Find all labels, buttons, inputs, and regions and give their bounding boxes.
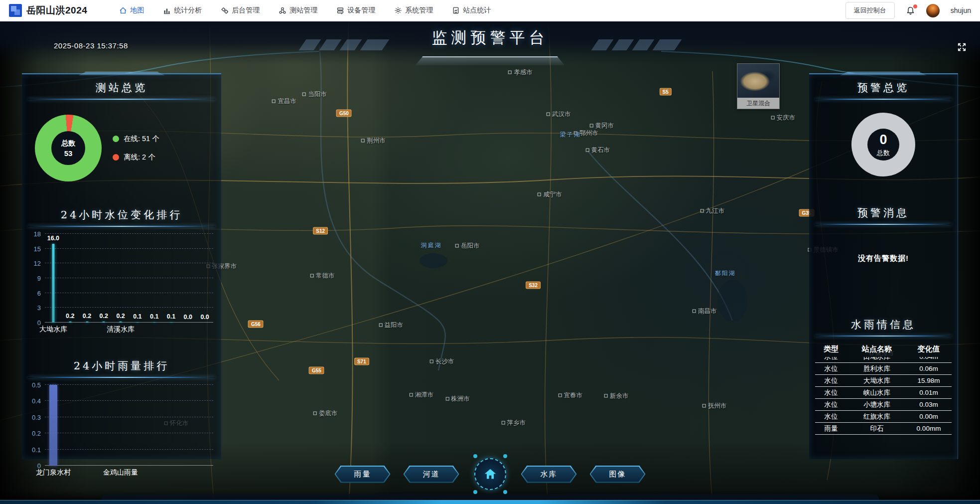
return-console-button[interactable]: 返回控制台 bbox=[845, 2, 895, 19]
app: 岳阳山洪2024 地图统计分析后台管理测站管理设备管理系统管理站点统计 返回控制… bbox=[0, 0, 980, 504]
layer-label: 卫星混合 bbox=[737, 98, 779, 109]
station-legend: 在线: 51 个离线: 2 个 bbox=[113, 134, 159, 162]
brand[interactable]: 岳阳山洪2024 bbox=[9, 4, 87, 17]
site-stats-icon bbox=[452, 6, 460, 14]
road-badge: G50 bbox=[336, 109, 352, 117]
chart-plot-area: 00.10.20.30.40.5龙门泉水村金鸡山雨量 bbox=[45, 385, 213, 466]
water-rain-table: 类型站点名称变化值 水位田坳水库0.04m水位胜利水库0.06m水位大坳水库15… bbox=[815, 342, 952, 435]
menu-item-1[interactable]: 地图 bbox=[119, 6, 144, 15]
left-panel: 测站总览 总数 53 在线: 51 个离线: 2 个 24小时水位变化排行 03… bbox=[22, 73, 221, 459]
map-city-label: 咸宁市 bbox=[538, 190, 562, 198]
y-axis-tick: 0.1 bbox=[32, 446, 41, 453]
table-cell: 0.01m bbox=[907, 389, 951, 396]
road-badge: S12 bbox=[313, 227, 328, 235]
menu-item-label: 统计分析 bbox=[174, 6, 202, 15]
layer-button-雨量[interactable]: 雨量 bbox=[335, 466, 391, 483]
bar bbox=[136, 322, 139, 323]
map-city-label: 益阳市 bbox=[379, 321, 404, 329]
map-city-label: 湘潭市 bbox=[410, 391, 434, 399]
legend-dot bbox=[113, 136, 119, 142]
warning-overview-chart: 0 总数 bbox=[809, 113, 958, 176]
menu-item-label: 测站管理 bbox=[289, 6, 317, 15]
gridline bbox=[45, 248, 213, 249]
table-cell: 大坳水库 bbox=[847, 376, 907, 385]
table-header-cell: 变化值 bbox=[907, 344, 951, 354]
bar bbox=[103, 322, 105, 323]
gridline bbox=[45, 465, 213, 466]
fullscreen-icon[interactable] bbox=[957, 42, 967, 54]
avatar[interactable] bbox=[926, 4, 940, 17]
y-axis-tick: 6 bbox=[37, 289, 41, 297]
brand-title: 岳阳山洪2024 bbox=[26, 4, 87, 17]
x-axis-label: 龙门泉水村 bbox=[36, 468, 71, 477]
table-row: 水位大坳水库15.98m bbox=[815, 375, 952, 387]
table-cell: 0.00m bbox=[907, 413, 951, 420]
map-city-label: 娄底市 bbox=[313, 409, 338, 418]
warning-messages-title: 预警消息 bbox=[809, 199, 958, 220]
y-axis-tick: 18 bbox=[34, 230, 41, 238]
home-button[interactable] bbox=[474, 458, 506, 490]
road-badge: S5 bbox=[659, 88, 671, 96]
station-overview-title: 测站总览 bbox=[22, 74, 221, 95]
title-underline bbox=[815, 336, 952, 336]
bar bbox=[49, 385, 57, 466]
menu-item-3[interactable]: 后台管理 bbox=[221, 6, 260, 15]
table-scroll-area[interactable]: 水位田坳水库0.04m水位胜利水库0.06m水位大坳水库15.98m水位峡山水库… bbox=[815, 357, 952, 435]
road-badge: G56 bbox=[248, 320, 264, 328]
y-axis-tick: 0.5 bbox=[32, 381, 41, 389]
username: shujun bbox=[951, 6, 971, 14]
bar bbox=[120, 322, 122, 323]
map-city-label: 萍乡市 bbox=[501, 419, 526, 427]
map-city-label: 抚州市 bbox=[702, 402, 727, 410]
map-city-label: 九江市 bbox=[700, 207, 725, 215]
bar-value-label: 0.0 bbox=[184, 314, 192, 321]
menu-item-label: 设备管理 bbox=[347, 6, 375, 15]
bar-value-label: 16.0 bbox=[47, 235, 59, 242]
legend-item: 在线: 51 个 bbox=[113, 134, 159, 144]
title-underline bbox=[815, 99, 952, 100]
map-city-label: 武汉市 bbox=[547, 110, 571, 118]
layer-button-河道[interactable]: 河道 bbox=[404, 466, 459, 483]
table-cell: 雨量 bbox=[815, 424, 847, 433]
gridline bbox=[45, 400, 213, 401]
notification-bell-icon[interactable] bbox=[906, 6, 915, 15]
backend-icon bbox=[221, 6, 229, 14]
layer-button-水库[interactable]: 水库 bbox=[521, 466, 577, 483]
table-cell: 小塘水库 bbox=[847, 400, 907, 409]
water-rain-info-title: 水雨情信息 bbox=[809, 311, 958, 332]
road-badge: G55 bbox=[309, 366, 324, 374]
bar-value-label: 0.2 bbox=[83, 313, 91, 320]
layer-button-label: 图像 bbox=[591, 467, 645, 482]
y-axis-tick: 12 bbox=[34, 260, 41, 267]
road-badge: S32 bbox=[526, 281, 541, 289]
main-menu: 地图统计分析后台管理测站管理设备管理系统管理站点统计 bbox=[119, 6, 491, 15]
water-level-bar-chart: 036912151816.00.20.20.20.20.10.10.10.00.… bbox=[30, 234, 213, 336]
menu-item-6[interactable]: 系统管理 bbox=[394, 6, 433, 15]
panel-tab bbox=[840, 72, 926, 75]
map-city-label: 荆州市 bbox=[361, 137, 386, 145]
y-axis-tick: 9 bbox=[37, 275, 41, 282]
table-cell: 水位 bbox=[815, 376, 847, 385]
menu-item-label: 系统管理 bbox=[405, 6, 433, 15]
bar-value-label: 0.2 bbox=[100, 313, 108, 320]
menu-item-4[interactable]: 测站管理 bbox=[279, 6, 317, 15]
table-cell: 胜利水库 bbox=[847, 364, 907, 373]
map-water-label: 梁子湖 bbox=[560, 131, 581, 139]
table-cell: 15.98m bbox=[907, 377, 951, 384]
map-city-label: 安庆市 bbox=[771, 113, 795, 122]
table-cell: 水位 bbox=[815, 357, 847, 361]
map-canvas[interactable]: 孝感市武汉市黄冈市鄂州市黄石市安庆市咸宁市九江市荆州市宜昌市当阳市岳阳市常德市张… bbox=[0, 21, 980, 504]
analytics-icon bbox=[163, 6, 171, 14]
menu-item-7[interactable]: 站点统计 bbox=[452, 6, 491, 15]
menu-item-2[interactable]: 统计分析 bbox=[163, 6, 202, 15]
map-city-label: 长沙市 bbox=[430, 357, 454, 366]
menu-item-label: 站点统计 bbox=[463, 6, 491, 15]
menu-item-label: 后台管理 bbox=[232, 6, 260, 15]
layer-button-图像[interactable]: 图像 bbox=[590, 466, 646, 483]
map-city-label: 常德市 bbox=[310, 272, 335, 280]
menu-item-5[interactable]: 设备管理 bbox=[336, 6, 375, 15]
home-dot bbox=[503, 490, 507, 494]
table-cell: 印石 bbox=[847, 424, 907, 433]
layer-switcher[interactable]: 卫星混合 bbox=[737, 63, 780, 109]
gridline bbox=[45, 278, 213, 278]
